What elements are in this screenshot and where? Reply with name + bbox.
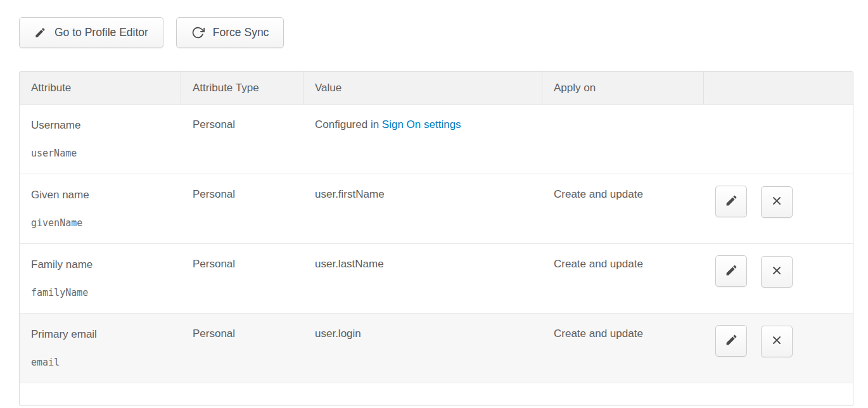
value-cell: Configured in Sign On settings	[303, 105, 542, 174]
table-row-given-name: Given name givenName Personal user.first…	[20, 174, 853, 244]
actions-cell	[704, 244, 853, 314]
value-text: Configured in	[315, 118, 382, 131]
apply-on-cell: Create and update	[542, 244, 704, 314]
value-cell: user.login	[303, 314, 542, 383]
value-cell: user.firstName	[303, 174, 542, 244]
attribute-label: Username	[31, 118, 181, 132]
attribute-type-cell: Personal	[181, 174, 303, 244]
close-icon	[770, 194, 783, 209]
force-sync-button[interactable]: Force Sync	[176, 17, 284, 48]
table-row-username: Username userName Personal Configured in…	[20, 105, 853, 174]
column-header-actions	[704, 72, 853, 105]
attribute-label: Primary email	[31, 328, 181, 341]
actions-cell	[704, 105, 853, 174]
sign-on-settings-link[interactable]: Sign On settings	[382, 118, 461, 131]
go-to-profile-editor-button[interactable]: Go to Profile Editor	[19, 17, 163, 48]
column-header-attribute-type: Attribute Type	[181, 72, 303, 105]
edit-attribute-button[interactable]	[715, 186, 747, 217]
pencil-icon	[725, 264, 738, 279]
attribute-variable-name: familyName	[31, 287, 181, 298]
table-row-family-name: Family name familyName Personal user.las…	[20, 244, 853, 314]
column-header-value: Value	[303, 72, 542, 105]
pencil-icon	[34, 27, 46, 39]
delete-attribute-button[interactable]	[761, 186, 793, 218]
pencil-icon	[725, 194, 738, 209]
attribute-label: Given name	[31, 188, 181, 201]
pencil-icon	[725, 333, 738, 348]
attribute-mappings-section: Attribute Attribute Type Value Apply on …	[19, 71, 852, 406]
column-header-apply-on: Apply on	[542, 72, 704, 105]
attribute-variable-name: email	[31, 357, 181, 368]
close-icon	[770, 334, 783, 348]
value-cell: user.lastName	[303, 244, 542, 314]
apply-on-cell	[542, 105, 704, 174]
edit-attribute-button[interactable]	[715, 325, 747, 357]
toolbar: Go to Profile Editor Force Sync	[19, 17, 868, 48]
attribute-type-cell: Personal	[181, 105, 303, 174]
refresh-icon	[191, 26, 205, 39]
attribute-variable-name: givenName	[31, 217, 181, 229]
table-row-partial	[20, 383, 853, 405]
table-header-row: Attribute Attribute Type Value Apply on	[20, 72, 853, 105]
actions-cell	[704, 174, 853, 244]
apply-on-cell: Create and update	[542, 314, 704, 383]
close-icon	[770, 264, 783, 279]
attribute-variable-name: userName	[31, 148, 181, 159]
table-row-primary-email: Primary email email Personal user.login …	[20, 314, 853, 383]
go-to-profile-editor-label: Go to Profile Editor	[54, 26, 148, 39]
attribute-label: Family name	[31, 258, 181, 271]
attribute-type-cell: Personal	[181, 244, 303, 314]
actions-cell	[704, 314, 853, 383]
delete-attribute-button[interactable]	[761, 326, 793, 357]
delete-attribute-button[interactable]	[761, 256, 793, 288]
column-header-attribute: Attribute	[20, 72, 181, 105]
attribute-type-cell: Personal	[181, 314, 303, 383]
force-sync-label: Force Sync	[213, 26, 269, 39]
apply-on-cell: Create and update	[542, 174, 704, 244]
edit-attribute-button[interactable]	[715, 255, 747, 287]
attribute-mappings-table: Attribute Attribute Type Value Apply on …	[19, 71, 853, 406]
